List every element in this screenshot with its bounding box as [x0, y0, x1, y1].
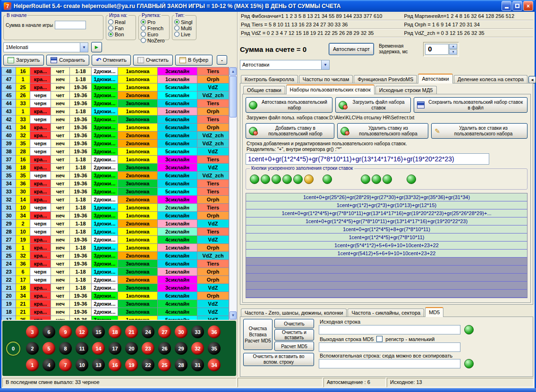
history-row[interactable]: 292чернчет1-181дюжи...2колонка1сиклайнVd…	[2, 220, 229, 228]
history-row[interactable]: 431кра...неч1-181дюжи...1колонка1сиклайн…	[2, 108, 229, 116]
undo-button[interactable]: ↶Отменить	[92, 55, 131, 66]
bet-string-row[interactable]: 1cent+gr(1*2*4*5)+gr(7*8*10*11)	[246, 234, 527, 242]
board-number-27[interactable]: 27	[158, 325, 171, 338]
quick-fill-button-3[interactable]	[272, 175, 281, 184]
board-number-24[interactable]: 24	[142, 325, 154, 338]
md5-source-input[interactable]	[319, 325, 460, 334]
aux-string-input[interactable]	[319, 359, 460, 368]
history-row[interactable]: 4032кра...чет19-363дюжи...2колонка6сикла…	[2, 132, 229, 140]
board-number-6[interactable]: 6	[43, 325, 55, 338]
history-row[interactable]: 1821кра...неч19-362дюжи...3колонка4сикла…	[2, 308, 229, 316]
history-row[interactable]: 471кра...неч1-181дюжи...1колонка1сиклайн…	[2, 75, 229, 83]
history-row[interactable]: 4134кра...чет19-363дюжи...1колонка6сикла…	[2, 124, 229, 132]
subtab-md5-source-strings[interactable]: Исходные строки МД5	[375, 86, 437, 94]
history-scrollbar[interactable]: ▲ ▼	[229, 67, 237, 320]
radio-french[interactable]: French	[141, 25, 167, 31]
quick-fill-button-8[interactable]	[361, 175, 370, 184]
history-row[interactable]: 3535черннеч19-363дюжи...2колонка6сиклайн…	[2, 172, 229, 180]
md5-clear-paste-aux-button[interactable]: Очистить и вставить во вспом. строку	[243, 353, 314, 366]
bet-string-row[interactable]: 1cent+0+gr(1*2*4*5)+gr(7*8*10*11)+gr(13*…	[246, 209, 527, 217]
delay-value[interactable]: 0	[425, 44, 449, 55]
bet-string-row[interactable]: 1cent+0+gr(1*2*4*5)+gr(7*8*10*11)+gr(13*…	[246, 217, 527, 225]
history-row[interactable]: 2532кра...чет19-363дюжи...2колонка6сикла…	[2, 252, 229, 260]
chevron-down-icon[interactable]: ▼	[321, 60, 329, 69]
chevron-down-icon[interactable]: ▼	[80, 43, 88, 52]
quick-fill-button-10[interactable]	[383, 175, 392, 184]
quick-fill-button-4[interactable]	[282, 175, 292, 184]
board-number-9[interactable]: 9	[59, 325, 72, 338]
remove-bet-button[interactable]: Удалить ставку из пользовательского набо…	[337, 123, 429, 139]
copy-to-buffer-button[interactable]: В буфер	[175, 55, 213, 66]
history-row[interactable]: 3330кра...чет19-363дюжи...3колонка5сикла…	[2, 188, 229, 196]
bet-string-empty-row[interactable]	[246, 290, 527, 298]
maximize-button[interactable]	[512, 1, 522, 11]
board-number-15[interactable]: 15	[92, 325, 105, 338]
bet-strings-list[interactable]: 1cent+0+gr(25*26)+gr(28*29)+gr(27*30)+gr…	[246, 193, 527, 298]
close-button[interactable]: ×	[523, 1, 533, 11]
board-number-29[interactable]: 29	[175, 342, 187, 355]
board-number-13[interactable]: 13	[92, 359, 105, 371]
board-number-31[interactable]: 31	[191, 359, 204, 371]
board-number-12[interactable]: 12	[76, 325, 88, 338]
add-bet-button[interactable]: Добавить ставку в пользовательский набор	[246, 123, 334, 139]
board-number-0[interactable]: 0	[6, 342, 20, 356]
bet-string-row[interactable]: 1cent+gr(5*4*1*2)+5+6+9+10+10cent+23+22	[246, 242, 527, 250]
radio-fan[interactable]: Fan	[108, 25, 134, 31]
bet-string-input[interactable]	[246, 153, 489, 165]
bet-string-row[interactable]: 1cent+gr(1*2)+gr(2*3)+gr(10*13)+gr(12*15…	[246, 201, 527, 209]
board-number-34[interactable]: 34	[208, 359, 221, 371]
quick-fill-button-7[interactable]	[323, 175, 332, 184]
bet-string-row[interactable]: 1cent+gr(5412)+5+6+9+10+10cent+23+22	[246, 250, 527, 258]
md5-output-input[interactable]	[319, 342, 460, 352]
board-number-32[interactable]: 32	[191, 342, 204, 355]
tab-frequency-chances[interactable]: Частота - Zero, шансы, дюжины, колонки	[241, 309, 347, 317]
lowercase-checkbox[interactable]	[376, 336, 383, 342]
history-row[interactable]: 2436кра...чет19-363дюжи...3колонка6сикла…	[2, 260, 229, 268]
strategy-select[interactable]: 1Melonati ▼	[3, 42, 88, 52]
history-row[interactable]: 3716кра...чет1-182дюжи...1колонка3сиклай…	[2, 156, 229, 164]
md5-source-action-button[interactable]	[464, 325, 474, 334]
board-number-14[interactable]: 14	[92, 342, 105, 355]
bet-string-empty-row[interactable]	[246, 282, 527, 290]
radio-singl[interactable]: Singl	[174, 19, 194, 25]
board-number-16[interactable]: 16	[109, 359, 121, 371]
history-row[interactable]: 2217черннеч1-182дюжи...2колонка3сиклайнO…	[2, 276, 229, 284]
board-number-21[interactable]: 21	[125, 325, 138, 338]
tab-psevdoms[interactable]: Функционал PsevdoMS	[354, 75, 417, 83]
clear-button[interactable]: Очистить	[133, 55, 173, 66]
tab-md5[interactable]: MD5	[425, 307, 443, 317]
md5-clear-paste-calc-button[interactable]: Очистка Вставка Расчет MD5	[243, 319, 272, 350]
load-button[interactable]: Загрузить	[3, 55, 44, 66]
board-number-36[interactable]: 36	[208, 325, 221, 338]
board-number-28[interactable]: 28	[175, 359, 187, 371]
autospin-start-button[interactable]: Автоспин старт	[329, 43, 374, 55]
radio-euro[interactable]: Euro	[141, 31, 167, 37]
board-number-8[interactable]: 8	[59, 342, 72, 355]
history-row[interactable]: 4816кра...чет1-182дюжи...1колонка3сиклай…	[2, 67, 229, 75]
board-number-17[interactable]: 17	[109, 342, 121, 355]
quick-fill-button-2[interactable]	[261, 175, 270, 184]
history-row[interactable]: 236чернчет1-181дюжи...3колонка1сиклайнOr…	[2, 268, 229, 276]
board-number-22[interactable]: 22	[142, 359, 154, 371]
history-row[interactable]: 4625кра...неч19-363дюжи...1колонка5сикла…	[2, 83, 229, 92]
tab-autobets[interactable]: Автоставки	[418, 74, 452, 83]
scrollbar-track[interactable]	[230, 118, 237, 311]
board-number-19[interactable]: 19	[125, 359, 138, 371]
quick-fill-button-5[interactable]	[293, 175, 303, 184]
bet-string-row[interactable]: 1cent+0+gr(1*2*4*5)+8+gr(7*8*10*11)	[246, 225, 527, 234]
history-row[interactable]: 3214кра...чет1-182дюжи...2колонка3сиклай…	[2, 196, 229, 204]
history-row[interactable]: 3935черннеч19-363дюжи...2колонка6сиклайн…	[2, 140, 229, 148]
history-row[interactable]: 2810чернчет1-181дюжи...1колонка2сиклайнT…	[2, 228, 229, 236]
history-row[interactable]: 2034кра...чет19-363дюжи...1колонка6сикла…	[2, 292, 229, 300]
board-number-10[interactable]: 10	[76, 359, 88, 371]
radio-multi[interactable]: Multi	[174, 25, 194, 31]
board-number-30[interactable]: 30	[175, 325, 187, 338]
history-row[interactable]: 4233черннеч19-363дюжи...3колонка6сиклайн…	[2, 116, 229, 124]
remove-all-bets-button[interactable]: ✎Удалить все ставки из пользовательского…	[431, 123, 527, 139]
board-number-7[interactable]: 7	[59, 359, 72, 371]
history-row[interactable]: 3618кра...чет1-182дюжи...3колонка3сиклай…	[2, 164, 229, 172]
history-row[interactable]: 3436кра...чет19-363дюжи...3колонка6сикла…	[2, 180, 229, 188]
save-bet-set-file-button[interactable]: Сохранить пользовательский набор ставок …	[414, 97, 527, 113]
autobets-select[interactable]: Автоставки ▼	[240, 60, 330, 70]
history-row[interactable]: 1725кра...неч19-363дюжи...1колонка5сикла…	[2, 316, 229, 320]
